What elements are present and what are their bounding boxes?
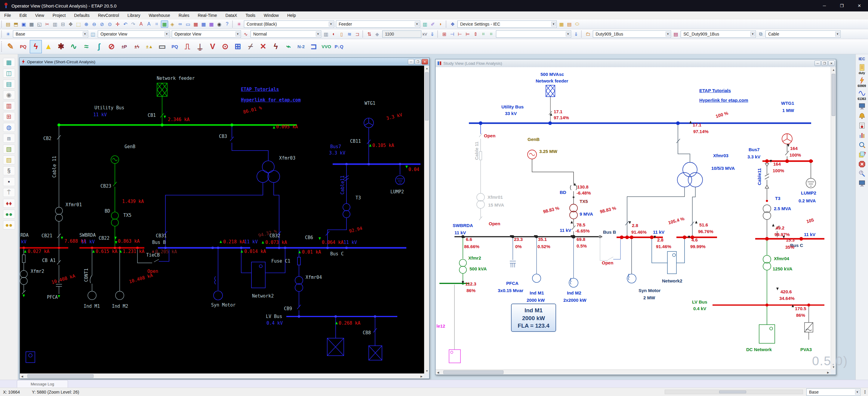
color-picker-icon[interactable]: ✐ — [429, 21, 436, 28]
operator-view-window[interactable]: Operator View (Short-Circuit Analysis) ─… — [19, 58, 430, 379]
reliability-icon[interactable]: PQ — [169, 40, 181, 53]
operator-vertical-scrollbar[interactable]: ▲▼ — [424, 66, 429, 373]
menu-rules[interactable]: Rules — [175, 12, 194, 19]
sc-duty-icon[interactable]: ▤ — [672, 30, 679, 38]
display-options-icon[interactable]: ▦ — [161, 21, 168, 28]
chevron-down-icon[interactable]: ▼ — [750, 32, 755, 36]
menu-defaults[interactable]: Defaults — [70, 12, 94, 19]
window-minimize-button[interactable]: ─ — [408, 59, 414, 64]
unbalanced-load-flow-icon[interactable]: ±P — [118, 40, 130, 53]
hyperlink-icon[interactable]: ∞ — [177, 21, 184, 28]
report-manager-icon[interactable]: ▥ — [322, 30, 330, 38]
window-close-button[interactable]: ✕ — [828, 60, 835, 66]
chevron-down-icon[interactable]: ▼ — [566, 32, 570, 36]
app-close-button[interactable]: ✕ — [850, 0, 868, 11]
contingency-icon[interactable]: ⌁ — [282, 40, 294, 53]
pulse-icon[interactable]: ⎍ — [181, 40, 193, 53]
menu-window[interactable]: Window — [259, 12, 283, 19]
revision-combobox[interactable]: Normal▼ — [251, 30, 321, 38]
span-width-icon[interactable]: ⊢ — [456, 30, 463, 38]
battery-sizing-icon[interactable]: ▭ — [156, 40, 168, 53]
empty-combobox[interactable]: ▼ — [496, 30, 571, 38]
base-config-combobox[interactable]: Base ▼ — [806, 389, 861, 396]
chevron-down-icon[interactable]: ▼ — [855, 390, 860, 395]
window-close-button[interactable]: ✕ — [422, 59, 428, 64]
menu-edit[interactable]: Edit — [16, 12, 31, 19]
zoom-out-icon[interactable]: ⊖ — [91, 21, 98, 28]
undo-icon[interactable]: ↶ — [122, 21, 129, 28]
erail-icon[interactable]: ⊐ — [308, 40, 320, 53]
datablock-table-icon[interactable]: ▦ — [558, 21, 565, 28]
connect-offline-icon[interactable]: ⌗ — [488, 30, 495, 38]
device-settings-combobox[interactable]: Device Settings - IEC▼ — [458, 21, 557, 28]
diamonds-tool-icon[interactable]: ♦♦ — [3, 199, 15, 208]
ups-icon[interactable]: ⊞ — [232, 40, 244, 53]
operator-window-title-bar[interactable]: Operator View (Short-Circuit Analysis) ─… — [20, 58, 429, 66]
phase-spacing-icon[interactable]: ⊞ — [441, 30, 448, 38]
app-maximize-button[interactable]: ❐ — [833, 0, 850, 11]
presentation-combobox[interactable]: Operator View▼ — [98, 30, 170, 38]
operator-horizontal-scrollbar[interactable]: ◀▶ — [20, 373, 424, 378]
arc-flash-icon[interactable]: ▲ — [42, 40, 55, 53]
eraser-icon[interactable]: ◆ — [374, 30, 381, 38]
short-circuit-icon[interactable]: ϟ — [30, 40, 42, 53]
contrast-combobox[interactable]: Contrast (Black)▼ — [244, 21, 334, 28]
zoom-in-icon[interactable]: ⊕ — [83, 21, 90, 28]
layers-tool-icon[interactable]: ▧ — [3, 145, 15, 153]
open-project-icon[interactable]: ⬒ — [12, 21, 20, 28]
pq-reserve-icon[interactable]: ⊙ — [219, 40, 231, 53]
pan-icon[interactable]: ✥ — [67, 21, 74, 28]
panel-tool-icon[interactable]: ◫ — [3, 69, 15, 78]
study-view-window[interactable]: Study View (Load Flow Analysis) ─ ❐ ✕ — [435, 59, 836, 375]
dot-tool-icon[interactable]: ◉ — [3, 90, 15, 100]
calculator-blue-icon[interactable]: ▦ — [200, 21, 207, 28]
dark-tool-icon[interactable]: ▪ — [3, 177, 15, 186]
paste-icon[interactable]: ⊟ — [59, 21, 66, 28]
annotation-red-icon[interactable]: A — [137, 21, 145, 28]
menu-tools[interactable]: Tools — [241, 12, 259, 19]
harmonic-icon[interactable]: ∿ — [68, 40, 80, 53]
menu-library[interactable]: Library — [123, 12, 145, 19]
window-restore-button[interactable]: ❐ — [415, 59, 421, 64]
chevron-down-icon[interactable]: ▼ — [164, 32, 169, 36]
chevron-down-icon[interactable]: ▼ — [316, 32, 320, 36]
network-tool-icon[interactable]: ⧈ — [3, 134, 15, 143]
report-icon[interactable] — [857, 122, 867, 130]
menu-help[interactable]: Help — [283, 12, 300, 19]
apply-icon[interactable]: ⇓ — [572, 30, 580, 38]
chevron-down-icon[interactable]: ▼ — [551, 22, 556, 27]
alert-view-icon[interactable]: ◐ — [330, 30, 337, 38]
chevron-down-icon[interactable]: ▼ — [236, 32, 240, 36]
bottom-horizontal-scrollbar[interactable] — [665, 390, 803, 394]
export-icon[interactable]: ⊐ — [354, 30, 361, 38]
chevron-down-icon[interactable]: ▼ — [329, 22, 333, 27]
ground-grid-icon[interactable]: ⍊ — [194, 40, 206, 53]
sequence-operation-icon[interactable]: ϟ — [270, 40, 282, 53]
map-tool-icon[interactable]: ▨ — [3, 155, 15, 164]
chevron-down-icon[interactable]: ▼ — [665, 32, 670, 36]
window-minimize-button[interactable]: ─ — [814, 60, 821, 66]
help-icon[interactable]: ? — [223, 21, 231, 28]
optimal-power-flow-icon[interactable]: ⊘ — [105, 40, 118, 53]
study-vertical-scrollbar[interactable]: ▲▼ — [831, 67, 836, 369]
menu-datax[interactable]: DataX — [221, 12, 241, 19]
datablock-doc-icon[interactable]: ▤ — [566, 21, 573, 28]
view-combobox[interactable]: Operator View▼ — [172, 30, 241, 38]
plot-icon[interactable]: ≋ — [346, 30, 353, 38]
chevron-down-icon[interactable]: ▼ — [835, 32, 840, 36]
kv-apply-icon[interactable]: ⇓ — [429, 30, 436, 38]
find-icon[interactable]: ◉ — [216, 21, 223, 28]
annotation-blue-icon[interactable]: A — [145, 21, 153, 28]
print-preview-icon[interactable]: ◱ — [36, 21, 43, 28]
red-plus-tool-icon[interactable]: ⊞ — [3, 112, 15, 121]
zoom-previous-icon[interactable]: ⊘ — [98, 21, 105, 28]
transient-stability-icon[interactable]: ≈ — [80, 40, 92, 53]
align-left-icon[interactable]: ⊣ — [448, 30, 456, 38]
globe-tool-icon[interactable]: ◍ — [3, 123, 15, 132]
grid-tool-icon[interactable]: ▦ — [3, 58, 15, 67]
motor-acceleration-icon[interactable]: ✱ — [55, 40, 67, 53]
bar-chart-icon[interactable] — [857, 131, 867, 139]
height-icon[interactable]: ⇕ — [472, 30, 479, 38]
schedule-tool-icon[interactable]: § — [3, 166, 15, 175]
menu-file[interactable]: File — [0, 12, 16, 19]
